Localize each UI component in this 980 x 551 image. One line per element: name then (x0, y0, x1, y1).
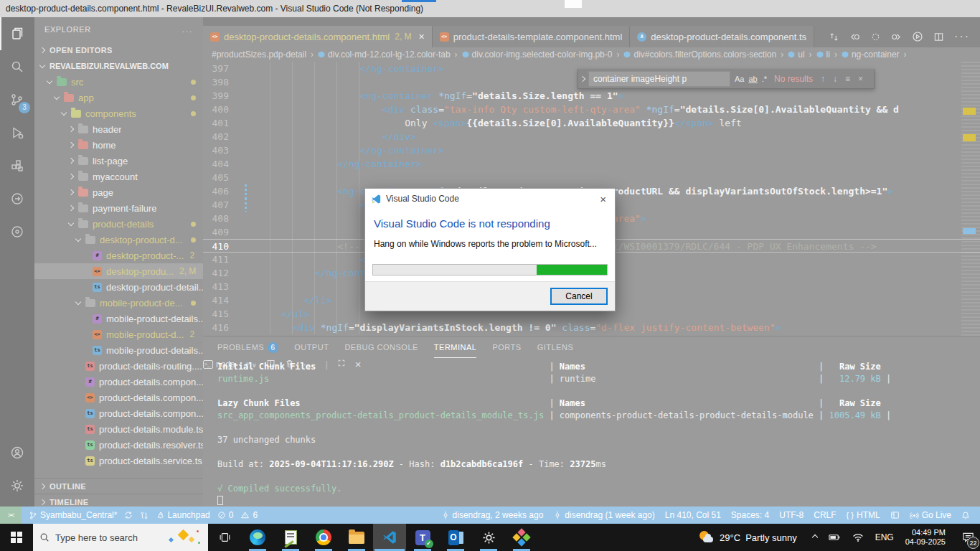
sidebar-more-icon[interactable]: ... (182, 17, 193, 42)
edge-icon[interactable] (241, 524, 274, 551)
status-item-go-live[interactable]: Go Live (910, 510, 951, 520)
find-in-selection-icon[interactable]: ≡ (845, 74, 850, 84)
status-item-utf-8[interactable]: UTF-8 (779, 510, 804, 520)
panel-tab-debug-console[interactable]: DEBUG CONSOLE (344, 336, 418, 358)
panel-tab-gitlens[interactable]: GITLENS (537, 336, 574, 358)
terminal-output[interactable]: Initial Chunk Files | Names | Raw Sizeru… (217, 361, 963, 507)
breadcrumb-item[interactable]: div.color-img.selected-color-img.pb-0 (462, 50, 613, 60)
language-indicator[interactable]: ENG (875, 532, 894, 542)
tree-folder-item[interactable]: payment-failure (34, 200, 203, 216)
tree-folder-item[interactable]: src (34, 74, 203, 90)
timeline-section[interactable]: TIMELINE (34, 494, 203, 507)
task-view-icon[interactable] (208, 524, 241, 551)
tree-file-item[interactable]: <>product-details.compon... (34, 390, 203, 405)
tree-folder-item[interactable]: home (34, 137, 203, 153)
notification-center-icon[interactable]: 22 (956, 524, 980, 551)
tree-folder-item[interactable]: header (34, 121, 203, 137)
status-item-html[interactable]: { }HTML (847, 510, 880, 520)
start-button[interactable] (0, 524, 33, 551)
minimap[interactable] (961, 62, 980, 336)
nav-back-icon[interactable] (849, 32, 860, 42)
tree-file-item[interactable]: tsproduct-details.resolver.ts (34, 437, 203, 453)
weather-widget[interactable]: 29°C Partly sunny (699, 531, 797, 544)
tray-chevron-up-icon[interactable] (813, 535, 817, 540)
status-item-disendrag-2-weeks-ago[interactable]: disendrag, 2 weeks ago (441, 510, 544, 520)
settings-gear-icon[interactable] (0, 469, 34, 502)
split-editor-icon[interactable] (933, 32, 944, 42)
dev-diamond-icon[interactable] (505, 524, 538, 551)
run-icon[interactable] (912, 31, 923, 42)
remote-explorer-icon[interactable] (0, 182, 34, 215)
cancel-button[interactable]: Cancel (550, 288, 608, 305)
breadcrumb-item[interactable]: div#colors.filterOptions.colors-section (623, 50, 776, 60)
find-input[interactable]: container imageHeight p (588, 71, 730, 87)
notepad-icon[interactable] (274, 524, 307, 551)
panel-tab-problems[interactable]: PROBLEMS6 (217, 336, 278, 358)
tree-file-item[interactable]: tsproduct-details-routing.... (34, 358, 203, 374)
tree-file-item[interactable]: #mobile-product-details.... (34, 311, 203, 326)
status-item-disendrag-1-week-ago[interactable]: disendrag (1 week ago) (553, 510, 654, 520)
tree-folder-item[interactable]: list-page (34, 153, 203, 169)
status-item-ln-410-col-51[interactable]: Ln 410, Col 51 (665, 510, 721, 520)
find-toggle-replace-icon[interactable] (578, 69, 588, 88)
tree-file-item[interactable]: tsproduct-details.compon... (34, 405, 203, 421)
nav-forward-icon[interactable] (891, 32, 902, 42)
nav-circle-icon[interactable] (870, 32, 881, 42)
tab-desktop-product-details-html[interactable]: <> desktop-product-details.component.htm… (203, 26, 433, 47)
tree-folder-item[interactable]: myaccount (34, 169, 203, 184)
tree-folder-item[interactable]: page (34, 184, 203, 200)
status-item-spaces-4[interactable]: Spaces: 4 (731, 510, 769, 520)
account-icon[interactable] (0, 436, 34, 469)
panel-tab-ports[interactable]: PORTS (492, 336, 521, 358)
source-control-icon[interactable]: 3 (0, 83, 34, 116)
run-debug-icon[interactable] (0, 116, 34, 149)
regex-icon[interactable]: .* (762, 75, 767, 83)
tree-file-item[interactable]: tsdesktop-product-detail... (34, 279, 203, 295)
gitlens-compare-icon[interactable] (140, 511, 149, 520)
tree-file-item[interactable]: tsproduct-details.service.ts (34, 453, 203, 468)
vscode-icon[interactable] (373, 524, 406, 551)
explorer-icon[interactable] (0, 17, 34, 50)
whole-word-icon[interactable]: ab (748, 75, 757, 83)
status-item-launchpad[interactable]: Launchpad (156, 510, 209, 520)
tree-folder-item[interactable]: components (34, 105, 203, 121)
tab-product-details-template-html[interactable]: <> product-details-template.component.ht… (433, 26, 631, 47)
breadcrumb-item[interactable]: div.col-md-12.col-lg-12.color-tab (318, 50, 451, 60)
status-item-syambabu-central[interactable]: Syambabu_Central* (29, 510, 117, 520)
breadcrumb-item[interactable]: ng-container (842, 50, 900, 60)
wifi-icon[interactable] (852, 533, 864, 542)
close-find-icon[interactable]: × (858, 74, 863, 84)
tree-root[interactable]: REVALEBIZUI.REVALWEB.COM (34, 58, 203, 74)
bell-icon[interactable] (961, 511, 970, 520)
open-editors-section[interactable]: OPEN EDITORS (34, 42, 203, 58)
status-item-0[interactable]: 0 (217, 510, 234, 520)
match-case-icon[interactable]: Aa (735, 75, 744, 83)
breadcrumb-item[interactable]: li (816, 50, 830, 60)
find-previous-icon[interactable]: ↑ (821, 74, 825, 84)
panel-tab-terminal[interactable]: TERMINAL (434, 336, 477, 358)
remote-indicator[interactable]: >< (0, 507, 22, 524)
layout-icon[interactable] (890, 511, 900, 519)
search-icon[interactable] (0, 50, 34, 83)
sync-icon[interactable] (124, 511, 133, 519)
teams-icon[interactable]: T✓ (406, 524, 439, 551)
tab-desktop-product-details-ts[interactable]: A desktop-product-details.component.ts (630, 26, 814, 47)
breadcrumb-item[interactable]: #productSizes.pdp-detail (212, 50, 306, 60)
breadcrumb-item[interactable]: ul (788, 50, 804, 60)
tree-file-item[interactable]: tsmobile-product-details.... (34, 342, 203, 358)
tree-file-item[interactable]: <>mobile-product-d...2 (34, 326, 203, 342)
dialog-close-icon[interactable]: × (597, 193, 609, 205)
close-icon[interactable]: × (419, 31, 425, 42)
dialog-title-bar[interactable]: Visual Studio Code × (365, 189, 615, 209)
settings-icon[interactable] (472, 524, 505, 551)
panel-tab-output[interactable]: OUTPUT (294, 336, 329, 358)
status-item-6[interactable]: 6 (240, 510, 258, 520)
status-item-crlf[interactable]: CRLF (814, 510, 836, 520)
clock[interactable]: 04:49 PM 04-09-2025 (905, 528, 946, 547)
tree-file-item[interactable]: #desktop-product-...2 (34, 248, 203, 263)
test-explorer-icon[interactable] (0, 215, 34, 248)
chrome-icon[interactable] (307, 524, 340, 551)
tree-folder-item[interactable]: desktop-product-d... (34, 232, 203, 248)
outline-section[interactable]: OUTLINE (34, 478, 203, 494)
file-explorer-icon[interactable] (340, 524, 373, 551)
